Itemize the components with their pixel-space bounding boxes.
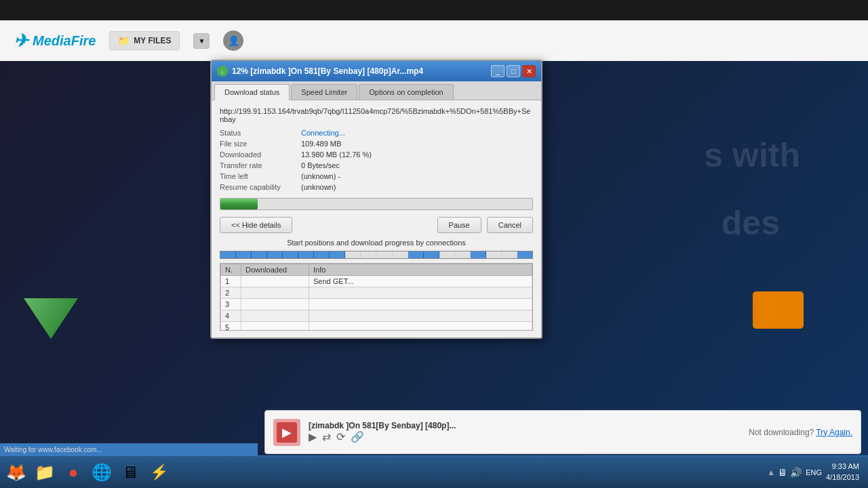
tray-speaker-icon: 🔊 — [790, 467, 802, 478]
my-files-label: MY FILES — [134, 36, 171, 45]
downloaded-row: Downloaded 13.980 MB (12.76 %) — [220, 150, 533, 159]
resume-row: Resume capability (unknown) — [220, 183, 533, 191]
pause-button[interactable]: Pause — [437, 217, 481, 233]
bg-text-with: s with — [704, 136, 800, 175]
resume-value: (unknown) — [301, 183, 336, 191]
conn-info-cell — [309, 299, 532, 310]
table-row: 5 — [221, 322, 532, 331]
tab-speed-limiter[interactable]: Speed Limiter — [291, 84, 357, 100]
taskbar-chrome[interactable]: ● — [60, 460, 86, 485]
conn-downloaded-cell — [241, 310, 309, 322]
dialog-title-icon: ↓ — [217, 66, 228, 77]
connections-table: N. Downloaded Info 1Send GET...23456 — [220, 264, 532, 331]
conn-downloaded-cell — [241, 299, 309, 310]
tab-options-completion[interactable]: Options on completion — [359, 84, 453, 100]
conn-downloaded-cell — [241, 276, 309, 287]
svg-marker-0 — [24, 244, 78, 339]
notif-share2-icon[interactable]: ⟳ — [336, 430, 345, 443]
tray-arrow-icon: ▲ — [767, 468, 775, 477]
dialog-title-text: 12% [zimabdk ]On 581[By Senbay] [480p]Ar… — [232, 66, 423, 76]
seg-7 — [314, 251, 330, 258]
bg-text-des: des — [722, 203, 780, 243]
info-table: Status Connecting... File size 109.489 M… — [220, 129, 533, 191]
notif-file-icon: ▶ — [273, 419, 300, 446]
filesize-row: File size 109.489 MB — [220, 140, 533, 148]
tab-download-status[interactable]: Download status — [214, 84, 290, 100]
conn-n-cell: 3 — [221, 299, 241, 310]
seg-6 — [298, 251, 314, 258]
conn-n-cell: 4 — [221, 310, 241, 322]
taskbar-chrome2[interactable]: 🌐 — [89, 460, 115, 485]
avatar[interactable]: 👤 — [223, 30, 243, 51]
transfer-label: Transfer rate — [220, 161, 301, 169]
notif-play-icon[interactable]: ▶ — [309, 430, 317, 443]
notif-try-again-link[interactable]: Try Again. — [816, 428, 852, 437]
filesize-label: File size — [220, 140, 301, 148]
conn-downloaded-cell — [241, 287, 309, 299]
conn-n-cell: 1 — [221, 276, 241, 287]
conn-info-cell — [309, 322, 532, 331]
seg-8 — [330, 251, 345, 258]
taskbar-firefox[interactable]: 🦊 — [3, 460, 29, 485]
conn-info-cell: Send GET... — [309, 276, 532, 287]
notif-message: Not downloading? Try Again. — [749, 428, 852, 437]
seg-13 — [408, 251, 424, 258]
status-label: Status — [220, 129, 301, 137]
cancel-button[interactable]: Cancel — [487, 217, 533, 233]
download-dialog: ↓ 12% [zimabdk ]On 581[By Senbay] [480p]… — [210, 60, 542, 339]
table-row: 2 — [221, 287, 532, 299]
connections-table-scroll[interactable]: N. Downloaded Info 1Send GET...23456 — [220, 263, 533, 331]
close-button[interactable]: ✕ — [522, 65, 536, 77]
seg-17 — [471, 251, 486, 258]
dialog-content: http://199.91.153.164/trvab9qb/7qbg/I112… — [212, 100, 541, 338]
connections-header: Start positions and download progress by… — [220, 239, 533, 247]
dialog-actions: << Hide details Pause Cancel — [220, 217, 533, 233]
table-row: 1Send GET... — [221, 276, 532, 287]
tray-monitor-icon: 🖥 — [778, 467, 787, 478]
progress-bar-container — [220, 198, 533, 210]
mediafire-logo: ✈ MediaFire — [14, 30, 96, 52]
taskbar-computer[interactable]: 🖥 — [117, 460, 143, 485]
taskbar: 🦊 📁 ● 🌐 🖥 ⚡ ▲ 🖥 🔊 ENG 9:33 AM 4/18/2013 — [0, 455, 868, 488]
folder-icon: 📁 — [118, 35, 130, 46]
filesize-value: 109.489 MB — [301, 140, 341, 148]
conn-info-cell — [309, 287, 532, 299]
action-button-group: Pause Cancel — [437, 217, 533, 233]
conn-info-cell — [309, 310, 532, 322]
my-files-button[interactable]: 📁 MY FILES — [109, 31, 180, 50]
transfer-row: Transfer rate 0 Bytes/sec — [220, 161, 533, 169]
tray-icons: ▲ 🖥 🔊 — [767, 467, 802, 478]
tray-clock: 9:33 AM 4/18/2013 — [826, 462, 859, 483]
notif-message-text: Not downloading? — [749, 428, 814, 437]
conn-n-cell: 2 — [221, 287, 241, 299]
notif-link-icon[interactable]: 🔗 — [351, 430, 364, 443]
notif-file-icon-inner: ▶ — [277, 422, 297, 443]
col-info-header: Info — [309, 264, 532, 276]
table-row: 4 — [221, 310, 532, 322]
taskbar-tray: ▲ 🖥 🔊 ENG 9:33 AM 4/18/2013 — [767, 462, 865, 483]
seg-15 — [439, 251, 455, 258]
maximize-button[interactable]: □ — [507, 65, 520, 77]
status-row: Status Connecting... — [220, 129, 533, 137]
conn-n-cell: 5 — [221, 322, 241, 331]
notif-share-icon[interactable]: ⇄ — [322, 430, 331, 443]
col-downloaded-header: Downloaded — [241, 264, 309, 276]
mediafire-header: ✈ MediaFire 📁 MY FILES ▼ 👤 — [0, 20, 868, 61]
seg-20 — [517, 251, 532, 258]
tray-date-text: 4/18/2013 — [826, 472, 859, 483]
hide-details-button[interactable]: << Hide details — [220, 217, 292, 233]
col-n-header: N. — [221, 264, 241, 276]
minimize-button[interactable]: _ — [491, 65, 505, 77]
downloaded-label: Downloaded — [220, 150, 301, 159]
taskbar-idag[interactable]: ⚡ — [146, 460, 172, 485]
dialog-controls: _ □ ✕ — [491, 65, 536, 77]
dropdown-arrow[interactable]: ▼ — [193, 33, 210, 49]
taskbar-explorer[interactable]: 📁 — [32, 460, 58, 485]
notif-info: [zimabdk ]On 581[By Senbay] [480p]... ▶ … — [309, 421, 741, 443]
logo-arrow-icon: ✈ — [14, 30, 28, 52]
status-value: Connecting... — [301, 129, 345, 137]
timeleft-label: Time left — [220, 172, 301, 180]
timeleft-value: (unknown) - — [301, 172, 340, 180]
logo-text: MediaFire — [33, 33, 96, 49]
seg-11 — [376, 251, 392, 258]
